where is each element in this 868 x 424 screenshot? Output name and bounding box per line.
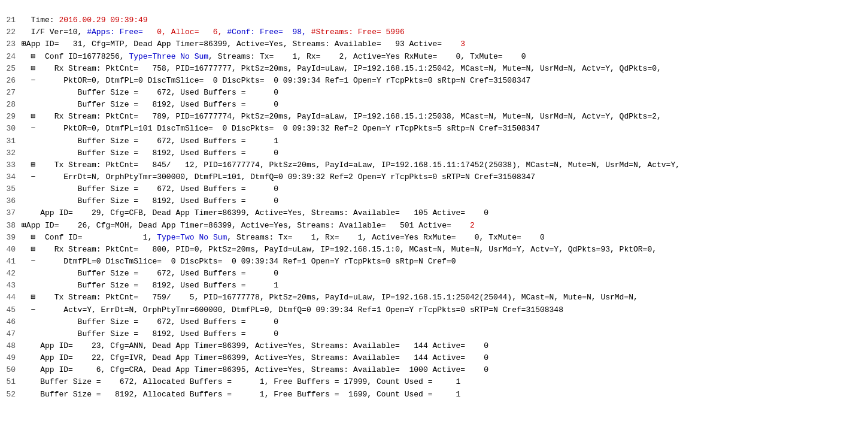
- line-content: ⊞ Rx Stream: PktCnt= 758, PID=16777777, …: [22, 63, 868, 75]
- line-number: 37: [0, 207, 22, 219]
- line-number: 50: [0, 364, 22, 376]
- line-content: ⊞App ID= 26, Cfg=MOH, Dead App Timer=863…: [22, 220, 868, 232]
- line-content: Buffer Size = 672, Used Buffers = 1: [22, 135, 868, 147]
- table-row: 22 I/F Ver=10, #Apps: Free= 0, Alloc= 6,…: [0, 26, 868, 38]
- table-row: 35 Buffer Size = 672, Used Buffers = 0: [0, 183, 868, 195]
- line-content: Buffer Size = 672, Used Buffers = 0: [22, 316, 868, 328]
- table-row: 32 Buffer Size = 8192, Used Buffers = 0: [0, 147, 868, 159]
- line-number: 38: [0, 220, 22, 232]
- line-number: 28: [0, 99, 22, 111]
- table-row: 41 − DtmfPL=0 DiscTmSlice= 0 DiscPkts= 0…: [0, 256, 868, 268]
- line-content: Buffer Size = 672, Used Buffers = 0: [22, 183, 868, 195]
- table-row: 40 ⊞ Rx Stream: PktCnt= 800, PID=0, PktS…: [0, 244, 868, 256]
- line-content: App ID= 6, Cfg=CRA, Dead App Timer=86395…: [22, 364, 868, 376]
- table-row: 42 Buffer Size = 672, Used Buffers = 0: [0, 268, 868, 280]
- line-number: 49: [0, 352, 22, 364]
- line-content: App ID= 29, Cfg=CFB, Dead App Timer=8639…: [22, 207, 868, 219]
- table-row: 27 Buffer Size = 672, Used Buffers = 0: [0, 87, 868, 99]
- line-content: ⊞ Tx Stream: PktCnt= 845/ 12, PID=167777…: [22, 159, 868, 171]
- line-content: Buffer Size = 8192, Used Buffers = 0: [22, 147, 868, 159]
- line-content: ⊞ Rx Stream: PktCnt= 800, PID=0, PktSz=2…: [22, 244, 868, 256]
- code-display: 21 Time: 2016.00.29 09:39:4922 I/F Ver=1…: [0, 0, 868, 403]
- table-row: 24 ⊞ Conf ID=16778256, Type=Three No Sum…: [0, 51, 868, 63]
- line-content: Buffer Size = 672, Allocated Buffers = 1…: [22, 376, 868, 388]
- line-number: 31: [0, 135, 22, 147]
- line-content: ⊞ Conf ID= 1, Type=Two No Sum, Streams: …: [22, 232, 868, 244]
- line-content: − Actv=Y, ErrDt=N, OrphPtyTmr=600000, Dt…: [22, 304, 868, 316]
- table-row: 36 Buffer Size = 8192, Used Buffers = 0: [0, 195, 868, 207]
- line-content: App ID= 23, Cfg=ANN, Dead App Timer=8639…: [22, 340, 868, 352]
- line-content: Buffer Size = 672, Used Buffers = 0: [22, 87, 868, 99]
- line-content: − ErrDt=N, OrphPtyTmr=300000, DtmfPL=101…: [22, 171, 868, 183]
- line-content: I/F Ver=10, #Apps: Free= 0, Alloc= 6, #C…: [22, 26, 868, 38]
- line-number: 26: [0, 75, 22, 87]
- table-row: 28 Buffer Size = 8192, Used Buffers = 0: [0, 99, 868, 111]
- line-number: 40: [0, 244, 22, 256]
- table-row: 50 App ID= 6, Cfg=CRA, Dead App Timer=86…: [0, 364, 868, 376]
- line-content: − DtmfPL=0 DiscTmSlice= 0 DiscPkts= 0 09…: [22, 256, 868, 268]
- table-row: 45 − Actv=Y, ErrDt=N, OrphPtyTmr=600000,…: [0, 304, 868, 316]
- line-content: Buffer Size = 8192, Used Buffers = 0: [22, 328, 868, 340]
- table-row: 31 Buffer Size = 672, Used Buffers = 1: [0, 135, 868, 147]
- table-row: 39 ⊞ Conf ID= 1, Type=Two No Sum, Stream…: [0, 232, 868, 244]
- line-number: 44: [0, 292, 22, 304]
- table-row: 30 − PktOR=0, DtmfPL=101 DiscTmSlice= 0 …: [0, 123, 868, 135]
- line-number: 43: [0, 280, 22, 292]
- table-row: 23⊞App ID= 31, Cfg=MTP, Dead App Timer=8…: [0, 38, 868, 50]
- line-number: 51: [0, 376, 22, 388]
- line-content: ⊞ Tx Stream: PktCnt= 759/ 5, PID=1677777…: [22, 292, 868, 304]
- line-number: 22: [0, 26, 22, 38]
- line-number: 46: [0, 316, 22, 328]
- table-row: 52 Buffer Size = 8192, Allocated Buffers…: [0, 389, 868, 401]
- line-content: Buffer Size = 8192, Allocated Buffers = …: [22, 389, 868, 401]
- line-content: Time: 2016.00.29 09:39:49: [22, 14, 868, 26]
- line-number: 36: [0, 195, 22, 207]
- line-number: 35: [0, 183, 22, 195]
- line-content: ⊞ Rx Stream: PktCnt= 789, PID=16777774, …: [22, 111, 868, 123]
- line-content: Buffer Size = 8192, Used Buffers = 1: [22, 280, 868, 292]
- table-row: 46 Buffer Size = 672, Used Buffers = 0: [0, 316, 868, 328]
- table-row: 33 ⊞ Tx Stream: PktCnt= 845/ 12, PID=167…: [0, 159, 868, 171]
- table-row: 43 Buffer Size = 8192, Used Buffers = 1: [0, 280, 868, 292]
- line-number: 42: [0, 268, 22, 280]
- table-row: 21 Time: 2016.00.29 09:39:49: [0, 14, 868, 26]
- line-number: 27: [0, 87, 22, 99]
- table-row: 25 ⊞ Rx Stream: PktCnt= 758, PID=1677777…: [0, 63, 868, 75]
- table-row: 51 Buffer Size = 672, Allocated Buffers …: [0, 376, 868, 388]
- line-number: 33: [0, 159, 22, 171]
- table-row: 47 Buffer Size = 8192, Used Buffers = 0: [0, 328, 868, 340]
- line-number: 48: [0, 340, 22, 352]
- line-number: 52: [0, 389, 22, 401]
- line-content: − PktOR=0, DtmfPL=101 DiscTmSlice= 0 Dis…: [22, 123, 868, 135]
- line-number: 25: [0, 63, 22, 75]
- line-content: Buffer Size = 8192, Used Buffers = 0: [22, 195, 868, 207]
- line-content: Buffer Size = 672, Used Buffers = 0: [22, 268, 868, 280]
- line-number: 29: [0, 111, 22, 123]
- table-row: 29 ⊞ Rx Stream: PktCnt= 789, PID=1677777…: [0, 111, 868, 123]
- table-row: 26 − PktOR=0, DtmfPL=0 DiscTmSlice= 0 Di…: [0, 75, 868, 87]
- table-row: 49 App ID= 22, Cfg=IVR, Dead App Timer=8…: [0, 352, 868, 364]
- table-row: 48 App ID= 23, Cfg=ANN, Dead App Timer=8…: [0, 340, 868, 352]
- line-content: ⊞ Conf ID=16778256, Type=Three No Sum, S…: [22, 51, 868, 63]
- line-number: 47: [0, 328, 22, 340]
- line-number: 24: [0, 51, 22, 63]
- table-row: 44 ⊞ Tx Stream: PktCnt= 759/ 5, PID=1677…: [0, 292, 868, 304]
- line-number: 45: [0, 304, 22, 316]
- table-row: 34 − ErrDt=N, OrphPtyTmr=300000, DtmfPL=…: [0, 171, 868, 183]
- line-number: 30: [0, 123, 22, 135]
- line-number: 32: [0, 147, 22, 159]
- line-number: 21: [0, 14, 22, 26]
- line-content: ⊞App ID= 31, Cfg=MTP, Dead App Timer=863…: [22, 38, 868, 50]
- table-row: 37 App ID= 29, Cfg=CFB, Dead App Timer=8…: [0, 207, 868, 219]
- line-number: 34: [0, 171, 22, 183]
- line-content: − PktOR=0, DtmfPL=0 DiscTmSlice= 0 DiscP…: [22, 75, 868, 87]
- line-content: Buffer Size = 8192, Used Buffers = 0: [22, 99, 868, 111]
- line-content: App ID= 22, Cfg=IVR, Dead App Timer=8639…: [22, 352, 868, 364]
- line-number: 41: [0, 256, 22, 268]
- line-number: 39: [0, 232, 22, 244]
- table-row: 38⊞App ID= 26, Cfg=MOH, Dead App Timer=8…: [0, 220, 868, 232]
- line-number: 23: [0, 38, 22, 50]
